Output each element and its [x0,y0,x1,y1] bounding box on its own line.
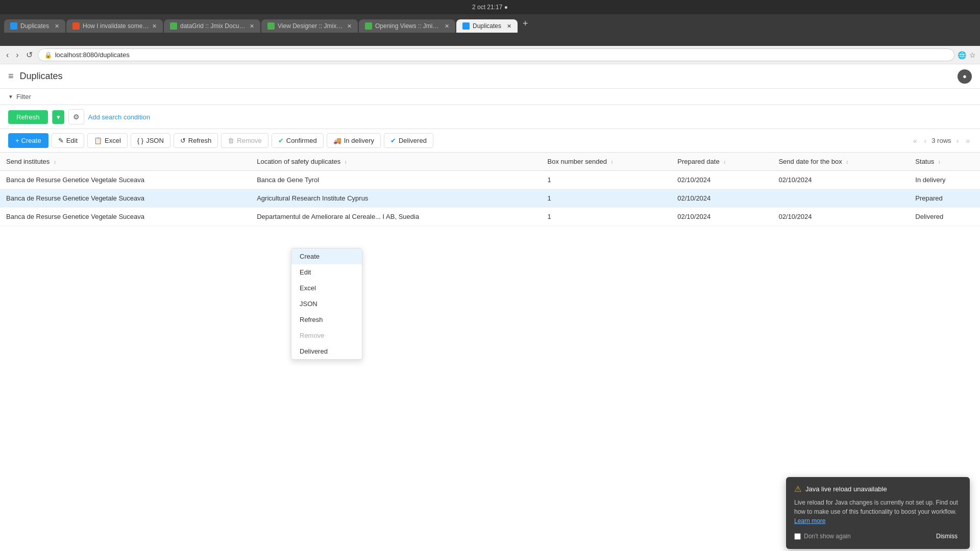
notif-checkbox-label[interactable]: Don't show again [794,533,851,540]
table-row[interactable]: Banca de Resurse Genetice Vegetale Sucea… [0,208,980,226]
gear-button[interactable]: ⚙ [68,109,84,124]
tab-close-2[interactable]: ✕ [152,23,157,30]
tab-opening-views[interactable]: Opening Views :: Jmix Do... ✕ [359,19,455,33]
address-bar-text[interactable]: localhost:8080/duplicates [55,51,130,59]
tab-favicon-1 [10,22,17,30]
prev-page-button[interactable]: ‹ [922,136,929,146]
col-header-prepared-date[interactable]: Prepared date ↕ [671,153,772,171]
user-icon[interactable]: ● [958,69,972,84]
new-tab-button[interactable]: + [519,16,532,31]
cell-send-institutes: Banca de Resurse Genetice Vegetale Sucea… [0,171,251,189]
next-page-button[interactable]: › [954,136,961,146]
notif-footer: Don't show again Dismiss [794,531,962,542]
remove-label: Remove [237,137,261,144]
filter-toggle[interactable]: ▼ Filter [8,93,972,101]
cell-status: Prepared [909,189,980,208]
plus-icon: + [15,137,19,144]
edit-button[interactable]: ✎ Edit [52,133,84,148]
tab-label-1: Duplicates [20,22,49,30]
ctx-edit-item[interactable]: Edit [291,264,362,280]
refresh-main-button[interactable]: Refresh [8,110,48,124]
tab-datagrid[interactable]: dataGrid :: Jmix Documen... ✕ [164,19,260,33]
sort-icon-status: ↕ [938,159,941,165]
back-button[interactable]: ‹ [4,48,11,62]
tab-close-1[interactable]: ✕ [55,23,59,30]
security-icon: 🔒 [44,52,52,59]
col-header-box-number[interactable]: Box number sended ↕ [542,153,672,171]
col-label-box-number: Box number sended [548,158,607,165]
translate-icon[interactable]: 🌐 [958,51,966,59]
cell-prepared-date: 02/10/2024 [671,189,772,208]
col-label-send-date: Send date for the box [778,158,842,165]
tab-close-4[interactable]: ✕ [347,23,352,30]
bookmark-icon[interactable]: ☆ [969,51,976,59]
cell-send-date [772,189,909,208]
ctx-edit-label: Edit [300,268,311,276]
confirmed-button[interactable]: ✔ Confirmed [272,133,324,148]
tab-favicon-3 [170,22,177,30]
ctx-excel-label: Excel [300,284,316,292]
in-delivery-button[interactable]: 🚚 In delivery [327,133,381,148]
tab-close-6[interactable]: ✕ [507,23,511,30]
sort-icon-send-date: ↕ [846,159,848,165]
confirmed-icon: ✔ [278,137,284,144]
col-label-send-institutes: Send institutes [6,158,50,165]
dismiss-button[interactable]: Dismiss [932,531,962,542]
remove-button[interactable]: 🗑 Remove [221,133,268,148]
cell-box-number: 1 [542,189,672,208]
notif-body: Live reload for Java changes is currentl… [794,498,962,525]
header-right: ● [958,69,972,84]
create-button[interactable]: + Create [8,133,48,148]
col-header-status[interactable]: Status ↕ [909,153,980,171]
tab-close-3[interactable]: ✕ [250,23,254,30]
delivered-button[interactable]: ✔ Delivered [384,133,433,148]
confirmed-label: Confirmed [286,137,317,144]
tab-view-designer[interactable]: View Designer :: Jmix Doc... ✕ [261,19,358,33]
cell-location: Departamentul de Ameliorare al Cereale..… [251,208,541,226]
tab-duplicates-1[interactable]: Duplicates ✕ [4,19,65,33]
tab-duplicates-active[interactable]: Duplicates ✕ [456,19,518,33]
col-header-send-date[interactable]: Send date for the box ↕ [772,153,909,171]
ctx-json-item[interactable]: JSON [291,296,362,312]
in-delivery-label: In delivery [344,137,374,144]
cell-box-number: 1 [542,171,672,189]
app-header: ≡ Duplicates ● [0,64,980,89]
cell-send-date: 02/10/2024 [772,208,909,226]
filter-label: Filter [16,93,31,101]
add-search-button[interactable]: Add search condition [88,113,150,121]
rows-count: 3 rows [932,137,951,144]
context-menu: Create Edit Excel JSON Refresh Remove De… [291,248,362,360]
ctx-refresh-item[interactable]: Refresh [291,312,362,328]
nav-bar: ‹ › ↺ 🔒 localhost:8080/duplicates 🌐 ☆ [0,46,980,64]
col-header-location[interactable]: Location of safety duplicates ↕ [251,153,541,171]
edit-label: Edit [66,137,78,144]
tab-favicon-4 [267,22,275,30]
refresh-action-label: Refresh [188,137,212,144]
ctx-create-item[interactable]: Create [291,248,362,264]
ctx-refresh-label: Refresh [300,316,323,323]
tab-invalidate[interactable]: How I invalidate some ite... ✕ [66,19,163,33]
hamburger-menu[interactable]: ≡ [8,71,14,82]
notif-link[interactable]: Learn more [794,517,825,524]
col-header-send-institutes[interactable]: Send institutes ↕ [0,153,251,171]
notif-checkbox-input[interactable] [794,533,801,540]
tab-label-5: Opening Views :: Jmix Do... [375,22,442,30]
filter-toolbar: Refresh ▾ ⚙ Add search condition [0,105,980,129]
col-label-status: Status [915,158,934,165]
first-page-button[interactable]: « [911,136,919,146]
ctx-delivered-item[interactable]: Delivered [291,343,362,359]
ctx-create-label: Create [300,253,320,260]
excel-button[interactable]: 📋 Excel [87,133,128,148]
reload-button[interactable]: ↺ [24,48,35,62]
refresh-action-button[interactable]: ↺ Refresh [174,133,218,148]
refresh-dropdown-button[interactable]: ▾ [52,110,64,124]
ctx-excel-item[interactable]: Excel [291,280,362,296]
tab-favicon-2 [72,22,80,30]
tab-close-5[interactable]: ✕ [445,23,449,30]
json-button[interactable]: { } JSON [131,133,170,148]
last-page-button[interactable]: » [964,136,972,146]
table-row[interactable]: Banca de Resurse Genetice Vegetale Sucea… [0,189,980,208]
table-row[interactable]: Banca de Resurse Genetice Vegetale Sucea… [0,171,980,189]
tab-label-2: How I invalidate some ite... [83,22,149,30]
forward-button[interactable]: › [14,48,20,62]
